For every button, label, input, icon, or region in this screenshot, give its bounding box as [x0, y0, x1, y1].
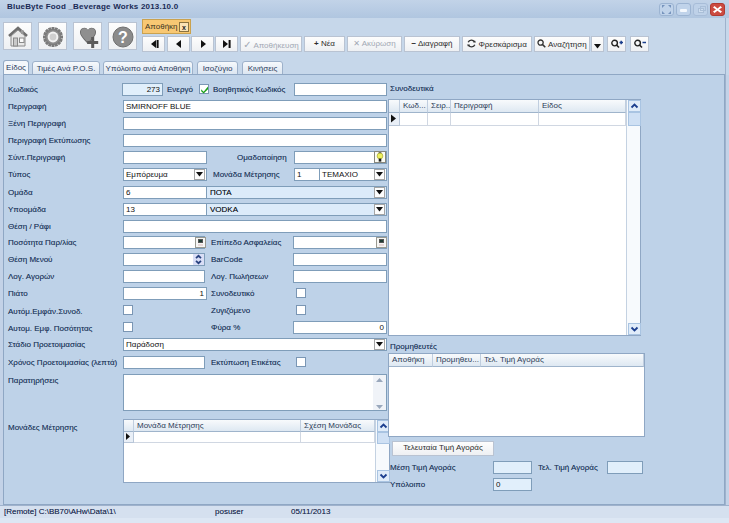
- svg-text:?: ?: [118, 29, 128, 46]
